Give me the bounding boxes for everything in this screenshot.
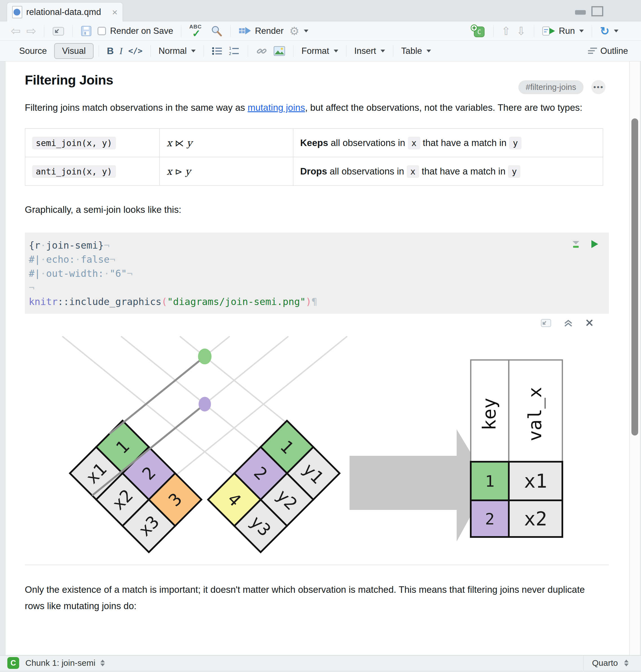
insert-link-button[interactable] (253, 44, 271, 58)
chevron-down-icon (381, 50, 385, 52)
forward-button[interactable]: ⇨ (23, 23, 39, 39)
section-anchor-badge: #filtering-joins (518, 80, 584, 94)
render-on-save-label: Render on Save (110, 26, 173, 36)
insert-menu[interactable]: Insert (352, 44, 388, 58)
bullet-list-button[interactable] (209, 44, 226, 57)
join-semi-diagram: x11x22x33y11y22y34keyval_x1x12x2 (25, 330, 609, 565)
paragraph-style-dropdown[interactable]: Normal (156, 44, 199, 58)
code-format-button[interactable]: </> (125, 44, 146, 57)
visual-label: Visual (62, 46, 86, 56)
save-button[interactable] (78, 24, 95, 38)
italic-button[interactable]: I (117, 44, 125, 58)
format-menu[interactable]: Format (299, 44, 341, 58)
code-format-icon: </> (128, 46, 142, 56)
insert-chunk-button[interactable]: C (468, 23, 488, 39)
toolbar-divider (393, 45, 393, 57)
rerun-icon: ↻ (600, 25, 610, 37)
search-icon (210, 25, 222, 37)
window-frame-bottom (0, 670, 641, 672)
pane-minimize-button[interactable] (575, 10, 586, 15)
render-label: Render (255, 26, 284, 36)
rerun-button[interactable]: ↻ (597, 24, 621, 38)
tab-close-icon[interactable]: × (112, 7, 118, 17)
go-to-previous-chunk-button[interactable]: ⇧ (499, 24, 514, 38)
vertical-scrollbar[interactable] (629, 61, 640, 655)
chevron-down-icon (334, 50, 338, 52)
toolbar-divider (293, 45, 294, 57)
code-line[interactable]: #|·out-width:·"6"¬ (29, 266, 603, 280)
chevron-down-icon (426, 50, 431, 52)
table-menu[interactable]: Table (398, 44, 434, 58)
main-toolbar: ⇦ ⇨ Render on Save ABC ✓ Render (0, 22, 641, 41)
semi-join-math: x⋉y (160, 128, 293, 157)
source-mode-button[interactable]: Source (16, 44, 50, 58)
down-arrow-icon: ⇩ (516, 25, 526, 37)
visual-mode-button[interactable]: Visual (54, 43, 94, 59)
insert-chunk-icon: C (471, 25, 486, 38)
svg-text:C: C (477, 28, 481, 36)
insert-label: Insert (354, 46, 376, 56)
intro-paragraph: Filtering joins match observations in th… (25, 99, 605, 116)
chunk-output: x11x22x33y11y22y34keyval_x1x12x2 (25, 314, 609, 565)
find-button[interactable] (208, 23, 225, 39)
anti-join-code: anti_join(x, y) (32, 165, 116, 178)
toolbar-divider (493, 25, 494, 37)
visual-editor-toolbar: Source Visual B I </> Normal 12 Format (0, 41, 641, 61)
chevron-down-icon (191, 50, 196, 52)
svg-text:1: 1 (485, 472, 495, 490)
status-bar: C Chunk 1: join-semi Quarto (0, 655, 641, 670)
code-line[interactable]: knitr::include_graphics("diagrams/join-s… (29, 294, 603, 308)
code-line[interactable]: #|·echo:·false¬ (29, 252, 603, 266)
table-row-semi-join: semi_join(x, y) x⋉y Keeps all observatio… (25, 128, 603, 157)
section-menu-button[interactable]: ●●● (591, 80, 605, 94)
open-in-new-window-button[interactable] (49, 24, 67, 38)
bold-button[interactable]: B (104, 44, 117, 58)
chevron-down-icon (614, 30, 618, 32)
bullet-list-icon (212, 46, 223, 56)
code-line[interactable]: ¬ (29, 280, 603, 294)
chunk-code[interactable]: {r·join-semi}¬#|·echo:·false¬#|·out-widt… (29, 238, 603, 308)
spellcheck-button[interactable]: ABC ✓ (186, 22, 208, 40)
toolbar-divider (72, 25, 73, 37)
pane-maximize-button[interactable] (591, 6, 603, 16)
scrollbar-thumb[interactable] (631, 119, 638, 436)
save-icon (81, 25, 92, 37)
mutating-joins-link[interactable]: mutating joins (248, 102, 305, 113)
gear-icon: ⚙ (289, 25, 299, 37)
run-icon (542, 26, 556, 36)
back-button[interactable]: ⇦ (8, 23, 23, 39)
run-chunk-icon[interactable] (590, 239, 599, 249)
render-on-save-toggle[interactable]: Render on Save (95, 24, 176, 38)
tab-title: relational-data.qmd (26, 7, 101, 17)
toolbar-divider (230, 25, 231, 37)
format-selector[interactable]: Quarto (583, 656, 641, 670)
semi-join-description: Keeps all observations in x that have a … (293, 128, 603, 157)
outline-toggle[interactable]: Outline (585, 44, 631, 58)
show-in-new-window-icon[interactable] (540, 317, 552, 328)
back-icon: ⇦ (11, 25, 21, 37)
close-output-icon[interactable] (585, 318, 594, 328)
rstudio-window: relational-data.qmd × ⇦ ⇨ Render on Save… (0, 0, 641, 672)
code-line[interactable]: {r·join-semi}¬ (29, 238, 603, 252)
format-stepper-icon (624, 660, 629, 666)
up-arrow-icon: ⇧ (502, 25, 511, 37)
code-chunk[interactable]: {r·join-semi}¬#|·echo:·false¬#|·out-widt… (25, 233, 609, 314)
chunk-stepper-icon[interactable] (100, 660, 105, 666)
collapse-output-icon[interactable] (563, 317, 574, 328)
chunk-navigator[interactable]: Chunk 1: join-semi (25, 658, 95, 668)
render-options-button[interactable]: ⚙ (286, 24, 311, 38)
go-to-next-chunk-button[interactable]: ⇩ (514, 24, 529, 38)
numbered-list-button[interactable]: 12 (226, 44, 243, 57)
run-label: Run (559, 26, 575, 36)
run-button[interactable]: Run (539, 24, 587, 38)
tab-relational-data[interactable]: relational-data.qmd × (7, 2, 123, 22)
format-selector-label: Quarto (592, 658, 618, 668)
render-on-save-checkbox[interactable] (97, 27, 106, 35)
run-chunks-above-icon[interactable] (571, 239, 581, 249)
insert-image-button[interactable] (271, 44, 288, 58)
closing-paragraph: Only the existence of a match is importa… (25, 581, 605, 614)
table-label: Table (401, 46, 422, 56)
join-types-table: semi_join(x, y) x⋉y Keeps all observatio… (25, 128, 603, 186)
render-button[interactable]: Render (236, 24, 286, 38)
svg-text:1: 1 (229, 46, 231, 51)
